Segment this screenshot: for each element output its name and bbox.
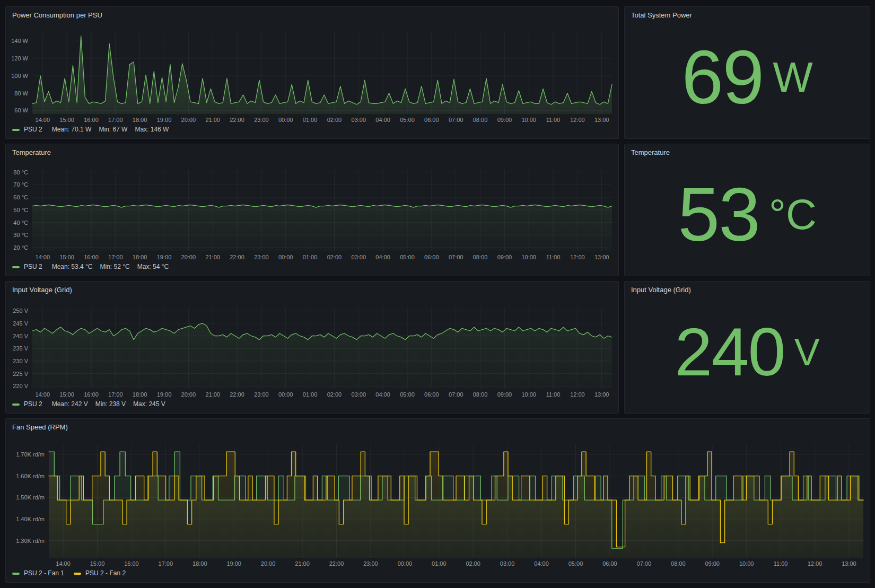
svg-text:19:00: 19:00 bbox=[157, 117, 172, 123]
svg-text:225 V: 225 V bbox=[13, 371, 28, 377]
legend-item-psu2[interactable]: PSU 2 bbox=[12, 263, 42, 271]
fan-legend: PSU 2 - Fan 1 PSU 2 - Fan 2 bbox=[6, 568, 870, 582]
svg-text:09:00: 09:00 bbox=[497, 254, 512, 260]
svg-text:15:00: 15:00 bbox=[90, 560, 105, 567]
legend-item-fan1[interactable]: PSU 2 - Fan 1 bbox=[12, 569, 64, 577]
series-swatch-green bbox=[12, 403, 20, 406]
svg-text:02:00: 02:00 bbox=[327, 254, 342, 260]
svg-text:01:00: 01:00 bbox=[303, 254, 318, 260]
svg-text:80 W: 80 W bbox=[14, 90, 28, 96]
svg-text:23:00: 23:00 bbox=[254, 391, 269, 398]
svg-text:19:00: 19:00 bbox=[157, 254, 172, 260]
svg-text:245 V: 245 V bbox=[13, 320, 28, 327]
svg-text:08:00: 08:00 bbox=[473, 391, 488, 398]
svg-text:01:00: 01:00 bbox=[303, 117, 318, 123]
svg-text:13:00: 13:00 bbox=[594, 117, 609, 123]
svg-text:00:00: 00:00 bbox=[398, 560, 413, 567]
legend-stats: Mean: 70.1 W Min: 67 W Max: 146 W bbox=[52, 126, 169, 134]
stat-value-input-voltage: 240 V bbox=[625, 295, 870, 413]
svg-text:05:00: 05:00 bbox=[400, 117, 415, 123]
svg-text:03:00: 03:00 bbox=[500, 560, 515, 567]
voltage-legend: PSU 2 Mean: 242 V Min: 238 V Max: 245 V bbox=[6, 399, 618, 413]
panel-title-temperature-stat[interactable]: Temperature bbox=[625, 144, 870, 158]
svg-text:22:00: 22:00 bbox=[230, 391, 244, 398]
svg-text:09:00: 09:00 bbox=[497, 391, 512, 398]
svg-text:11:00: 11:00 bbox=[546, 254, 561, 260]
svg-text:16:00: 16:00 bbox=[124, 560, 139, 567]
series-swatch-green bbox=[12, 266, 20, 268]
svg-text:240 V: 240 V bbox=[13, 333, 28, 339]
svg-text:08:00: 08:00 bbox=[671, 560, 686, 567]
svg-text:17:00: 17:00 bbox=[108, 254, 123, 260]
svg-text:02:00: 02:00 bbox=[327, 391, 342, 398]
svg-text:23:00: 23:00 bbox=[254, 254, 269, 260]
series-swatch-green bbox=[12, 573, 20, 575]
panel-title-temperature[interactable]: Temperature bbox=[6, 144, 618, 158]
legend-series-label: PSU 2 - Fan 1 bbox=[24, 569, 64, 577]
svg-text:23:00: 23:00 bbox=[363, 560, 378, 567]
svg-text:00:00: 00:00 bbox=[278, 254, 293, 260]
svg-text:12:00: 12:00 bbox=[570, 117, 585, 123]
panel-title-power-consumption[interactable]: Power Consumption per PSU bbox=[6, 7, 618, 21]
legend-series-label: PSU 2 bbox=[24, 126, 42, 134]
chart-canvas[interactable]: 220 V225 V230 V235 V240 V245 V250 V14:00… bbox=[6, 295, 618, 399]
temperature-legend: PSU 2 Mean: 53.4 °C Min: 52 °C Max: 54 °… bbox=[6, 262, 618, 276]
stat-panel-input-voltage: Input Voltage (Grid) 240 V bbox=[624, 281, 870, 414]
svg-text:07:00: 07:00 bbox=[449, 117, 463, 123]
svg-text:11:00: 11:00 bbox=[774, 560, 788, 567]
svg-text:21:00: 21:00 bbox=[295, 560, 310, 567]
svg-text:12:00: 12:00 bbox=[570, 391, 585, 398]
svg-text:06:00: 06:00 bbox=[424, 391, 439, 398]
svg-text:08:00: 08:00 bbox=[473, 254, 488, 260]
chart-canvas[interactable]: 20 °C30 °C40 °C50 °C60 °C70 °C80 °C14:00… bbox=[6, 158, 618, 262]
panel-title-input-voltage[interactable]: Input Voltage (Grid) bbox=[6, 282, 618, 295]
panel-title-input-voltage-stat[interactable]: Input Voltage (Grid) bbox=[625, 282, 870, 295]
svg-text:07:00: 07:00 bbox=[449, 254, 463, 260]
power-legend: PSU 2 Mean: 70.1 W Min: 67 W Max: 146 W bbox=[6, 125, 618, 138]
svg-text:20:00: 20:00 bbox=[181, 391, 196, 398]
svg-text:06:00: 06:00 bbox=[602, 560, 617, 567]
svg-text:18:00: 18:00 bbox=[133, 391, 147, 398]
svg-text:10:00: 10:00 bbox=[521, 254, 536, 260]
legend-item-fan2[interactable]: PSU 2 - Fan 2 bbox=[74, 569, 126, 577]
svg-text:06:00: 06:00 bbox=[424, 117, 439, 123]
legend-item-psu2[interactable]: PSU 2 bbox=[12, 400, 42, 408]
legend-series-label: PSU 2 bbox=[24, 263, 42, 271]
svg-text:05:00: 05:00 bbox=[568, 560, 583, 567]
panel-title-fan-speed[interactable]: Fan Speed (RPM) bbox=[6, 419, 870, 433]
svg-text:15:00: 15:00 bbox=[59, 391, 74, 398]
svg-text:04:00: 04:00 bbox=[375, 254, 390, 260]
panel-title-total-system-power[interactable]: Total System Power bbox=[625, 7, 870, 21]
svg-text:235 V: 235 V bbox=[13, 345, 28, 352]
svg-text:18:00: 18:00 bbox=[133, 117, 147, 123]
chart-canvas[interactable]: 1.30K rd/m1.40K rd/m1.50K rd/m1.60K rd/m… bbox=[6, 433, 870, 568]
svg-text:09:00: 09:00 bbox=[497, 117, 512, 123]
svg-text:07:00: 07:00 bbox=[449, 391, 463, 398]
series-swatch-yellow bbox=[74, 573, 81, 575]
svg-text:230 V: 230 V bbox=[13, 358, 28, 364]
stat-number: 240 bbox=[675, 318, 785, 386]
svg-text:17:00: 17:00 bbox=[108, 391, 123, 398]
voltage-chart[interactable]: 220 V225 V230 V235 V240 V245 V250 V14:00… bbox=[6, 295, 618, 399]
svg-text:1.70K rd/m: 1.70K rd/m bbox=[16, 451, 45, 458]
svg-text:12:00: 12:00 bbox=[808, 560, 822, 567]
legend-series-label: PSU 2 - Fan 2 bbox=[85, 569, 126, 577]
chart-canvas[interactable]: 60 W80 W100 W120 W140 W14:0015:0016:0017… bbox=[6, 21, 618, 125]
svg-text:14:00: 14:00 bbox=[36, 117, 50, 123]
svg-text:21:00: 21:00 bbox=[205, 117, 220, 123]
svg-text:02:00: 02:00 bbox=[327, 117, 342, 123]
svg-text:14:00: 14:00 bbox=[36, 391, 50, 398]
svg-text:15:00: 15:00 bbox=[59, 117, 74, 123]
svg-text:220 V: 220 V bbox=[13, 383, 28, 389]
fan-speed-chart[interactable]: 1.30K rd/m1.40K rd/m1.50K rd/m1.60K rd/m… bbox=[6, 433, 870, 568]
svg-text:120 W: 120 W bbox=[11, 55, 28, 62]
svg-text:10:00: 10:00 bbox=[521, 117, 536, 123]
svg-text:19:00: 19:00 bbox=[226, 560, 241, 567]
legend-item-psu2[interactable]: PSU 2 bbox=[12, 126, 42, 134]
svg-text:05:00: 05:00 bbox=[400, 254, 415, 260]
power-chart[interactable]: 60 W80 W100 W120 W140 W14:0015:0016:0017… bbox=[6, 21, 618, 125]
svg-text:22:00: 22:00 bbox=[230, 254, 244, 260]
svg-text:10:00: 10:00 bbox=[739, 560, 754, 567]
svg-text:14:00: 14:00 bbox=[36, 254, 50, 260]
temperature-chart[interactable]: 20 °C30 °C40 °C50 °C60 °C70 °C80 °C14:00… bbox=[6, 158, 618, 262]
